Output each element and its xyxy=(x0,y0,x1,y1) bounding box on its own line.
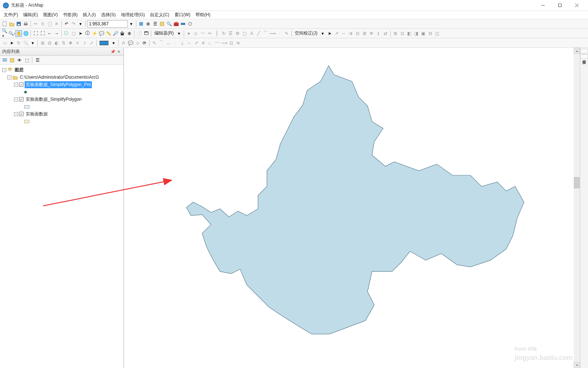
collapse-icon[interactable]: − xyxy=(7,75,11,79)
undo-icon[interactable]: ↶ xyxy=(63,21,70,27)
text-icon[interactable]: A xyxy=(120,40,127,46)
catalog-icon[interactable] xyxy=(159,21,165,27)
tree-layer1-label[interactable]: 实验面数据_SimplifyPolygon_Pnt xyxy=(25,81,92,88)
full-extent-icon[interactable]: 🌐 xyxy=(22,30,29,37)
find-route-icon[interactable]: 🛣 xyxy=(119,30,126,37)
minimize-button[interactable] xyxy=(534,0,551,11)
tree-dataset[interactable]: − C:\Users\Administrator\Documents\ArcG xyxy=(1,74,123,81)
georef-icon1[interactable]: ⊞ xyxy=(392,30,399,37)
point-icon[interactable]: · xyxy=(276,30,283,37)
new-rectangle-icon[interactable]: ▭ xyxy=(1,40,8,46)
graphic-ops-icon[interactable]: ◐ xyxy=(53,40,60,46)
fixed-zoom-out-icon[interactable]: ⛶ xyxy=(39,30,46,37)
delete-icon[interactable]: ✕ xyxy=(53,21,60,27)
menu-window[interactable]: 窗口(W) xyxy=(172,11,193,19)
tree-dataset-label[interactable]: C:\Users\Administrator\Documents\ArcG xyxy=(19,74,100,80)
vscroll-thumb[interactable] xyxy=(574,177,580,188)
map-view[interactable]: ▴ ▾ ▦ ▤ ⟳ ⏸ ◂ ▸ Baidu 经验 jingyan.baidu.c… xyxy=(124,48,580,368)
reshape-icon[interactable]: 〰 xyxy=(200,30,206,37)
attribute-transfer-icon[interactable]: ⇄ xyxy=(382,30,389,37)
menu-selection[interactable]: 选择(S) xyxy=(99,11,118,19)
identity-link-icon[interactable]: ⊡ xyxy=(354,30,361,37)
modelbuilder-icon[interactable]: ⬡ xyxy=(187,21,193,27)
sketch-tool-icon[interactable]: ✎ xyxy=(151,40,158,46)
georef-icon3[interactable]: ◧ xyxy=(406,30,413,37)
list-by-selection-icon[interactable]: ⬚ xyxy=(24,57,30,64)
layer3-checkbox[interactable]: ✓ xyxy=(19,112,24,116)
create-viewer-icon[interactable]: 🗔 xyxy=(143,30,150,37)
edit-sketch-icon[interactable]: ✎ xyxy=(283,30,290,37)
menu-geoprocessing[interactable]: 地理处理(G) xyxy=(119,11,147,19)
tree-layer1[interactable]: − ✓ 实验面数据_SimplifyPolygon_Pnt xyxy=(1,81,123,88)
georef-icon5[interactable]: ▣ xyxy=(420,30,427,37)
group-icon[interactable]: ⊞ xyxy=(39,40,46,46)
undo-dropdown-icon[interactable]: ▾ xyxy=(77,21,84,27)
align-icon[interactable]: ≡ xyxy=(74,40,81,46)
trace2-icon[interactable]: ⟿ xyxy=(221,40,227,46)
map-vscroll[interactable]: ▴ ▾ xyxy=(574,48,580,368)
add-data-icon[interactable]: ⊕ xyxy=(145,21,151,27)
menu-bookmarks[interactable]: 书签(B) xyxy=(61,11,80,19)
rectangle-fill-icon[interactable] xyxy=(98,40,110,46)
cut-polygons-icon[interactable]: ✂ xyxy=(207,30,213,37)
catalog-tab[interactable]: 目录 xyxy=(580,49,588,53)
tree-layer1-symbol[interactable] xyxy=(1,88,123,96)
toc-tree[interactable]: − 图层 − C:\Users\Administrator\Documents\… xyxy=(0,65,123,368)
distance-icon[interactable]: ↔ xyxy=(186,40,193,46)
time-slider-icon[interactable]: 🕐 xyxy=(136,30,143,37)
bezier-icon[interactable]: 〰 xyxy=(214,40,220,46)
arc-segment-icon[interactable]: ⌒ xyxy=(262,30,269,37)
pan-icon[interactable]: ✋ xyxy=(15,30,22,37)
tree-layer3[interactable]: − ✓ 实验面数据 xyxy=(1,110,123,118)
midpoint-icon[interactable]: · xyxy=(172,40,179,46)
callout-icon[interactable]: 💬 xyxy=(127,40,134,46)
zoom-to-selected-icon[interactable]: 🔍 xyxy=(22,40,29,46)
open-icon[interactable] xyxy=(8,21,15,27)
menu-edit[interactable]: 编辑(E) xyxy=(21,11,40,19)
intersection-icon[interactable]: ✕ xyxy=(200,40,207,46)
toc-icon[interactable]: ☰ xyxy=(152,21,158,27)
tree-root-label[interactable]: 图层 xyxy=(14,67,25,74)
scale-input[interactable] xyxy=(87,20,128,28)
split-icon[interactable]: ⎮ xyxy=(214,30,220,37)
point-symbol-icon[interactable] xyxy=(24,91,27,93)
redo-icon[interactable]: ↷ xyxy=(70,21,77,27)
spatial-adjustment-label[interactable]: 空间校正(J) xyxy=(293,30,319,36)
spatial-adj-dropdown-icon[interactable]: ▾ xyxy=(319,30,326,37)
tree-layer2-label[interactable]: 实验面数据_SimplifyPolygon xyxy=(25,96,83,103)
new-icon[interactable] xyxy=(1,21,8,27)
multi-link-icon[interactable]: ⇉ xyxy=(347,30,354,37)
edit-vertices-icon[interactable]: ◇ xyxy=(193,30,199,37)
collapse-icon[interactable]: − xyxy=(14,112,18,116)
limit-adj-icon[interactable]: ⊞ xyxy=(361,30,368,37)
fill-dropdown-icon[interactable]: ▾ xyxy=(110,40,117,46)
scroll-down-icon[interactable]: ▾ xyxy=(574,362,580,368)
trace-icon[interactable]: ⟿ xyxy=(269,30,276,37)
tree-layer3-symbol[interactable] xyxy=(1,118,123,125)
menu-customize[interactable]: 自定义(C) xyxy=(148,11,172,19)
toc-close-icon[interactable]: ✕ xyxy=(116,49,121,54)
georef-icon4[interactable]: ◨ xyxy=(413,30,420,37)
search-tab[interactable]: 搜索 xyxy=(580,54,588,59)
ungroup-icon[interactable]: ⊟ xyxy=(46,40,53,46)
order-icon[interactable]: ⇅ xyxy=(60,40,67,46)
fixed-zoom-in-icon[interactable]: ⛶ xyxy=(32,30,39,37)
maximize-button[interactable] xyxy=(551,0,568,11)
rotate-icon[interactable]: ↻ xyxy=(220,30,227,37)
editor-dropdown-icon[interactable]: ▾ xyxy=(176,30,182,37)
back-icon[interactable]: ← xyxy=(46,30,53,37)
edit-vertices2-icon[interactable]: ◇ xyxy=(134,40,141,46)
attributes-icon[interactable]: ☰ xyxy=(227,30,234,37)
arctoolbox-icon[interactable]: 🧰 xyxy=(173,21,179,27)
polygon-symbol-icon[interactable] xyxy=(24,105,29,108)
paste-icon[interactable]: 📋 xyxy=(46,21,53,27)
select-tool-icon[interactable]: ➤ xyxy=(326,30,333,37)
layer2-checkbox[interactable]: ✓ xyxy=(19,97,24,101)
scroll-up-icon[interactable]: ▴ xyxy=(574,48,580,54)
measure-icon[interactable]: 📏 xyxy=(105,30,112,37)
close-button[interactable] xyxy=(568,0,585,11)
new-link-icon[interactable]: ↗ xyxy=(333,30,340,37)
identify-icon[interactable]: ⓘ xyxy=(84,30,91,37)
collapse-icon[interactable]: − xyxy=(14,83,18,87)
layer1-checkbox[interactable]: ✓ xyxy=(19,82,24,87)
